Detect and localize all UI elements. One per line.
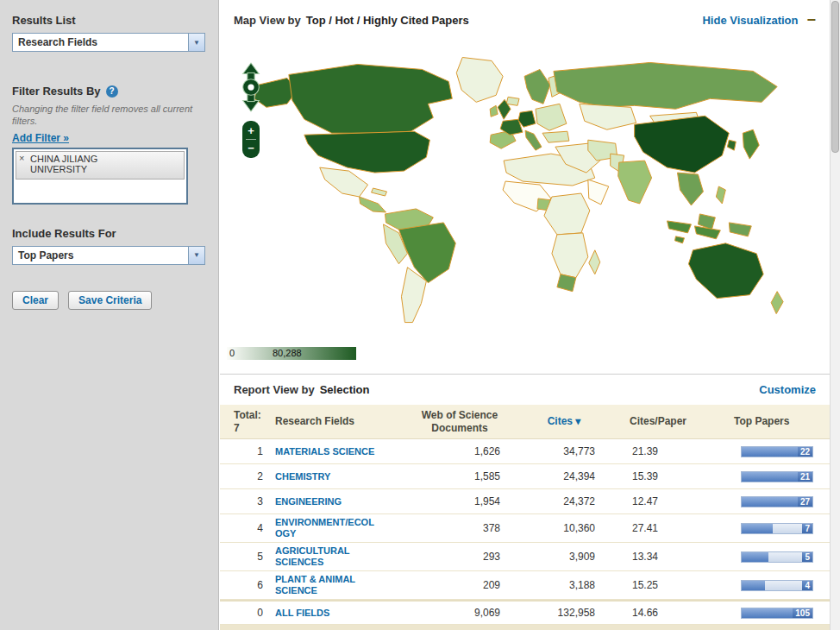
total-label: Total:: [234, 409, 275, 421]
table-row: 5 AGRICULTURAL SCIENCES 293 3,909 13.34 …: [220, 543, 830, 571]
chevron-down-icon[interactable]: ▼: [188, 247, 204, 264]
row-cites: 24,372: [517, 495, 611, 507]
help-icon[interactable]: ?: [106, 85, 118, 98]
include-results-select[interactable]: Top Papers ▼: [12, 246, 205, 265]
vertical-scrollbar[interactable]: [830, 0, 840, 630]
table-header-row: Total: 7 Research Fields Web of Science …: [220, 405, 830, 439]
zoom-out-icon[interactable]: −: [242, 141, 260, 155]
row-cites: 24,394: [517, 470, 611, 482]
map-zoom-control: + −: [242, 121, 260, 158]
field-link[interactable]: ENGINEERING: [275, 496, 342, 507]
results-list-select[interactable]: Research Fields ▼: [12, 33, 205, 52]
row-rank: 2: [220, 470, 275, 482]
row-docs: 1,626: [403, 445, 517, 457]
top-papers-value: 105: [793, 608, 812, 618]
table-row: 6 PLANT & ANIMAL SCIENCE 209 3,188 15.25…: [220, 571, 830, 600]
row-cites-per-paper: 12.47: [611, 495, 705, 507]
row-cites-per-paper: 15.25: [611, 579, 705, 591]
row-docs: 1,585: [403, 470, 517, 482]
table-row: 2 CHEMISTRY 1,585 24,394 15.39 21: [220, 464, 830, 489]
map-view-title: Map View byTop / Hot / Highly Cited Pape…: [234, 14, 469, 27]
top-papers-bar: 21: [741, 471, 813, 482]
results-list-select-value: Research Fields: [13, 36, 188, 48]
row-docs: 9,069: [403, 607, 517, 619]
clear-button[interactable]: Clear: [12, 291, 59, 310]
filter-input[interactable]: [16, 180, 185, 198]
table-row-all-fields: 0 ALL FIELDS 9,069 132,958 14.66 105: [220, 600, 830, 625]
cites-per-paper-header: Cites/Paper: [611, 415, 705, 427]
top-papers-bar: 5: [741, 551, 813, 563]
row-rank: 3: [220, 495, 275, 507]
table-row: 3 ENGINEERING 1,954 24,372 12.47 27: [220, 489, 830, 514]
filter-tag: × CHINA JILIANG UNIVERSITY: [16, 151, 185, 180]
report-section-header: Report View bySelection Customize: [220, 374, 830, 405]
wos-documents-header-line1: Web of Science: [403, 409, 517, 421]
row-docs: 293: [403, 551, 517, 563]
row-rank: 6: [220, 579, 275, 591]
filter-box[interactable]: × CHINA JILIANG UNIVERSITY: [12, 148, 188, 205]
include-results-heading: Include Results For: [12, 227, 206, 240]
field-link[interactable]: PLANT & ANIMAL SCIENCE: [275, 574, 380, 596]
legend-min-value: 0: [229, 348, 235, 358]
top-papers-header: Top Papers: [705, 415, 830, 427]
total-header: Total: 7: [220, 409, 275, 434]
sidebar: Results List Research Fields ▼ Filter Re…: [0, 0, 219, 630]
add-filter-link[interactable]: Add Filter »: [12, 132, 69, 144]
row-docs: 209: [403, 579, 517, 591]
top-papers-value: 27: [798, 497, 812, 507]
top-papers-value: 7: [802, 524, 812, 533]
wos-documents-header: Web of Science Documents: [403, 409, 517, 434]
field-link[interactable]: ENVIRONMENT/ECOLOGY: [275, 517, 380, 539]
row-cites-per-paper: 14.66: [611, 607, 705, 619]
wos-documents-header-line2: Documents: [403, 422, 517, 434]
report-view-title-prefix: Report View by: [234, 383, 315, 396]
map-pan-control[interactable]: [237, 62, 265, 112]
filter-note: Changing the filter field removes all cu…: [12, 103, 193, 128]
filter-tag-label: CHINA JILIANG UNIVERSITY: [30, 154, 142, 175]
remove-filter-icon[interactable]: ×: [19, 154, 24, 163]
sort-down-icon: ▾: [575, 415, 580, 427]
esi-results-page: Results List Research Fields ▼ Filter Re…: [0, 0, 840, 630]
cites-header-label: Cites: [548, 415, 573, 427]
field-link[interactable]: AGRICULTURAL SCIENCES: [275, 545, 380, 568]
total-value: 7: [234, 422, 275, 434]
row-cites: 3,909: [517, 551, 611, 563]
chevron-down-icon[interactable]: ▼: [188, 34, 204, 51]
filter-results-heading: Filter Results By: [12, 85, 101, 98]
table-row: 4 ENVIRONMENT/ECOLOGY 378 10,360 27.41 7: [220, 514, 830, 543]
row-cites-per-paper: 27.41: [611, 522, 705, 534]
table-row: 1 MATERIALS SCIENCE 1,626 34,773 21.39 2…: [220, 439, 830, 464]
zoom-divider: [246, 139, 256, 140]
row-cites: 132,958: [517, 607, 611, 619]
map-area: + − 0 80,288: [220, 40, 830, 374]
top-papers-value: 5: [802, 552, 812, 562]
row-rank: 0: [220, 607, 275, 619]
research-fields-header: Research Fields: [275, 415, 403, 427]
row-docs: 378: [403, 522, 517, 534]
world-map[interactable]: [246, 50, 822, 347]
legend-max-value: 80,288: [273, 348, 302, 358]
row-cites-per-paper: 13.34: [611, 551, 705, 563]
field-link[interactable]: ALL FIELDS: [275, 608, 329, 619]
collapse-icon[interactable]: −: [806, 15, 816, 25]
include-results-select-value: Top Papers: [13, 249, 188, 261]
map-view-title-text: Top / Hot / Highly Cited Papers: [306, 14, 469, 27]
field-link[interactable]: MATERIALS SCIENCE: [275, 446, 374, 457]
table-bottom-strip: [220, 625, 830, 630]
row-cites-per-paper: 21.39: [611, 445, 705, 457]
top-papers-bar: 7: [741, 523, 813, 534]
scrollbar-thumb[interactable]: [831, 1, 839, 153]
top-papers-bar: 22: [741, 446, 813, 457]
row-cites: 3,188: [517, 579, 611, 591]
customize-link[interactable]: Customize: [759, 383, 816, 396]
save-criteria-button[interactable]: Save Criteria: [68, 291, 152, 310]
main-content: Map View byTop / Hot / Highly Cited Pape…: [220, 0, 830, 630]
zoom-in-icon[interactable]: +: [242, 123, 260, 138]
top-papers-value: 21: [798, 472, 812, 482]
field-link[interactable]: CHEMISTRY: [275, 471, 330, 482]
hide-visualization-link[interactable]: Hide Visualization: [702, 14, 798, 27]
cites-header[interactable]: Cites ▾: [517, 415, 611, 427]
row-rank: 1: [220, 445, 275, 457]
map-view-title-prefix: Map View by: [234, 14, 301, 27]
results-list-heading: Results List: [12, 14, 206, 27]
